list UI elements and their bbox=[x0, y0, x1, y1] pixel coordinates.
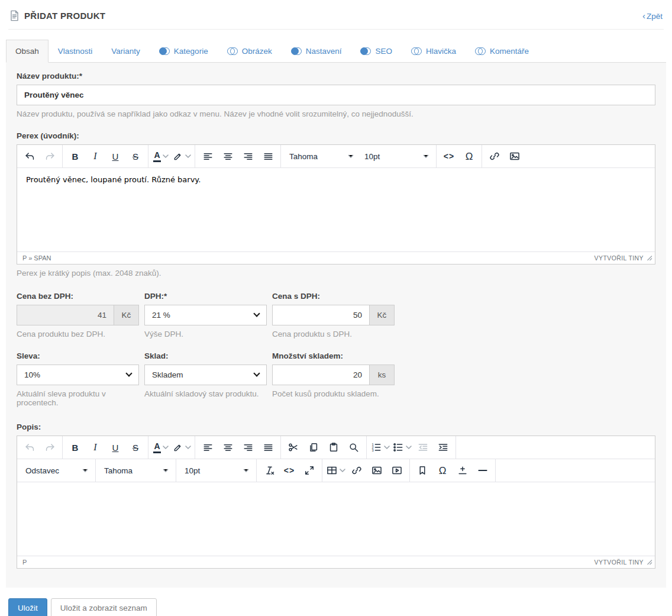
redo-button[interactable] bbox=[40, 147, 60, 166]
italic-button[interactable]: I bbox=[85, 147, 105, 166]
chevron-down-icon bbox=[348, 154, 354, 158]
media-button[interactable] bbox=[387, 461, 407, 480]
align-left-button[interactable] bbox=[198, 147, 218, 166]
image-button[interactable] bbox=[505, 147, 525, 166]
quantity-input[interactable] bbox=[272, 365, 370, 385]
font-size-select[interactable]: 10pt bbox=[179, 461, 254, 480]
price-gross-input[interactable] bbox=[272, 305, 370, 325]
anchor-button[interactable] bbox=[412, 461, 432, 480]
chevron-down-icon bbox=[163, 154, 169, 158]
bold-button[interactable]: B bbox=[65, 438, 85, 457]
insert-button[interactable] bbox=[453, 461, 473, 480]
document-icon bbox=[9, 10, 20, 21]
description-editor: B I U S A bbox=[17, 436, 655, 569]
table-button[interactable] bbox=[325, 461, 347, 480]
bold-button[interactable]: B bbox=[65, 147, 85, 166]
align-justify-button[interactable] bbox=[258, 147, 278, 166]
source-code-button[interactable]: <> bbox=[279, 461, 299, 480]
font-family-select[interactable]: Tahoma bbox=[283, 147, 358, 166]
stock-select[interactable]: Skladem bbox=[144, 365, 267, 385]
align-justify-button[interactable] bbox=[258, 438, 278, 457]
add-product-page: PŘIDAT PRODUKT ‹Zpět Obsah Vlastnosti Va… bbox=[0, 0, 672, 616]
numbered-list-button[interactable] bbox=[369, 438, 391, 457]
chevron-down-icon bbox=[406, 446, 412, 449]
text-color-button[interactable]: A bbox=[151, 438, 171, 457]
link-button[interactable] bbox=[347, 461, 367, 480]
save-button[interactable]: Uložit bbox=[8, 598, 47, 616]
clear-formatting-button[interactable] bbox=[259, 461, 279, 480]
description-toolbar-row-2: Odstavec Tahoma 10pt <> bbox=[17, 459, 655, 482]
tab-kategorie[interactable]: Kategorie bbox=[150, 40, 218, 63]
resize-grip-icon[interactable] bbox=[647, 255, 652, 261]
italic-button[interactable]: I bbox=[85, 438, 105, 457]
toggle-on-icon bbox=[159, 47, 170, 55]
back-link[interactable]: ‹Zpět bbox=[642, 11, 663, 21]
underline-button[interactable]: U bbox=[105, 438, 125, 457]
paragraph-format-select[interactable]: Odstavec bbox=[20, 461, 93, 480]
perex-help: Perex je krátký popis (max. 2048 znaků). bbox=[17, 269, 655, 278]
strikethrough-button[interactable]: S bbox=[125, 147, 146, 166]
undo-button[interactable] bbox=[20, 438, 40, 457]
align-center-button[interactable] bbox=[218, 147, 238, 166]
align-left-button[interactable] bbox=[198, 438, 218, 457]
align-right-button[interactable] bbox=[238, 438, 258, 457]
tab-hlavicka[interactable]: Hlavička bbox=[402, 40, 466, 63]
underline-button[interactable]: U bbox=[105, 147, 125, 166]
align-center-button[interactable] bbox=[218, 438, 238, 457]
cut-button[interactable] bbox=[283, 438, 303, 457]
page-title: PŘIDAT PRODUKT bbox=[24, 11, 105, 21]
currency-addon: Kč bbox=[114, 305, 139, 325]
chevron-down-icon bbox=[185, 446, 191, 449]
font-size-select[interactable]: 10pt bbox=[358, 147, 434, 166]
copy-button[interactable] bbox=[303, 438, 324, 457]
special-char-button[interactable]: Ω bbox=[459, 147, 479, 166]
image-button[interactable] bbox=[367, 461, 387, 480]
tab-bar: Obsah Vlastnosti Varianty Kategorie Obrá… bbox=[6, 40, 666, 63]
tab-nastaveni[interactable]: Nastavení bbox=[282, 40, 351, 63]
perex-content[interactable]: Proutěný věnec, loupané proutí. Různé ba… bbox=[17, 168, 655, 251]
strikethrough-button[interactable]: S bbox=[125, 438, 146, 457]
vat-select[interactable]: 21 % bbox=[144, 305, 267, 325]
text-color-button[interactable]: A bbox=[151, 147, 171, 166]
horizontal-rule-button[interactable] bbox=[473, 461, 493, 480]
save-and-list-button[interactable]: Uložit a zobrazit seznam bbox=[51, 598, 157, 616]
search-button[interactable] bbox=[344, 438, 364, 457]
tab-obsah[interactable]: Obsah bbox=[6, 40, 49, 63]
tab-komentare[interactable]: Komentáře bbox=[466, 40, 538, 63]
tab-vlastnosti[interactable]: Vlastnosti bbox=[49, 40, 102, 63]
element-path: P » SPAN bbox=[22, 254, 51, 262]
undo-button[interactable] bbox=[20, 147, 40, 166]
highlight-color-button[interactable] bbox=[171, 438, 192, 457]
highlight-color-button[interactable] bbox=[171, 147, 192, 166]
paste-button[interactable] bbox=[324, 438, 344, 457]
indent-button[interactable] bbox=[433, 438, 453, 457]
unit-addon: ks bbox=[370, 365, 395, 385]
redo-button[interactable] bbox=[40, 438, 60, 457]
fullscreen-button[interactable] bbox=[299, 461, 319, 480]
perex-statusbar: P » SPAN VYTVOŘIL TINY bbox=[17, 251, 655, 264]
discount-select[interactable]: 10% bbox=[17, 365, 139, 385]
product-name-input[interactable] bbox=[17, 85, 655, 105]
form-actions: Uložit Uložit a zobrazit seznam bbox=[8, 598, 664, 616]
align-right-button[interactable] bbox=[238, 147, 258, 166]
special-char-button[interactable]: Ω bbox=[432, 461, 453, 480]
price-net-input[interactable] bbox=[17, 305, 114, 325]
tab-varianty[interactable]: Varianty bbox=[102, 40, 150, 63]
chevron-down-icon bbox=[125, 370, 132, 376]
toolbar-separator bbox=[495, 459, 496, 482]
resize-grip-icon[interactable] bbox=[647, 559, 652, 565]
toggle-off-icon bbox=[475, 47, 486, 55]
bullet-list-button[interactable] bbox=[391, 438, 413, 457]
discount-label: Sleva: bbox=[17, 351, 139, 360]
outdent-button[interactable] bbox=[413, 438, 433, 457]
tab-seo[interactable]: SEO bbox=[351, 40, 402, 63]
description-content[interactable] bbox=[17, 482, 655, 556]
toggle-off-icon bbox=[411, 47, 422, 55]
tab-obrazek[interactable]: Obrázek bbox=[218, 40, 282, 63]
chevron-down-icon bbox=[82, 469, 88, 472]
chevron-down-icon bbox=[423, 154, 429, 158]
toolbar-separator bbox=[455, 436, 456, 459]
link-button[interactable] bbox=[484, 147, 505, 166]
source-code-button[interactable]: <> bbox=[439, 147, 459, 166]
font-family-select[interactable]: Tahoma bbox=[98, 461, 173, 480]
